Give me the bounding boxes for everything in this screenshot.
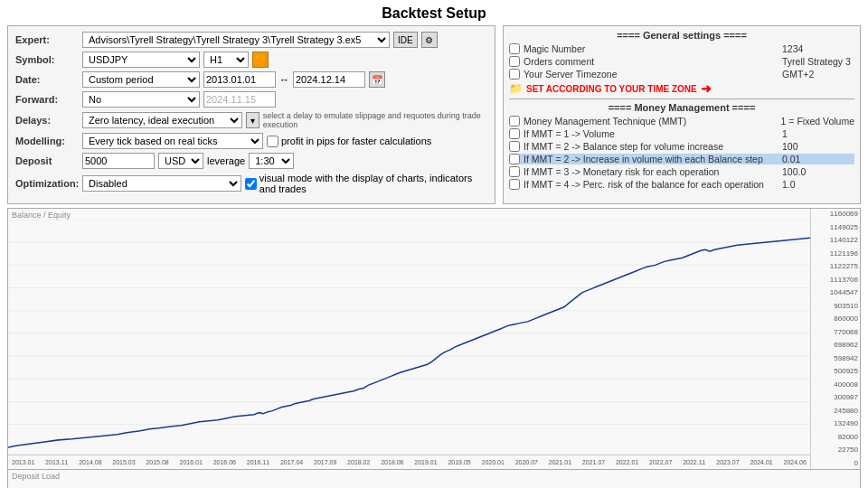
magic-number-row: Magic Number 1234 (509, 43, 854, 54)
delays-label: Delays: (15, 115, 79, 126)
y-label-10: 698962 (811, 342, 858, 349)
deposit-row: Deposit USD leverage 1:30 (15, 153, 487, 169)
expert-row: Expert: Advisors\Tyrell Strategy\Tyrell … (15, 32, 487, 48)
x-label-11: 2018.06 (381, 459, 403, 465)
y-label-6: 1044547 (811, 289, 858, 296)
x-label-4: 2015.08 (146, 459, 168, 465)
section-divider (509, 99, 854, 99)
date-mode-select[interactable]: Custom period (82, 71, 200, 88)
x-label-9: 2017.09 (314, 459, 336, 465)
leverage-select[interactable]: 1:30 (249, 153, 294, 169)
date-cal-button[interactable]: 📅 (369, 71, 385, 88)
timezone-warning-row: 📁 SET ACCORDING TO YOUR TIME ZONE ➜ (509, 81, 854, 96)
currency-select[interactable]: USD (158, 153, 203, 169)
y-label-15: 245880 (811, 408, 858, 415)
mmt1-label: If MMT = 1 -> Volume (524, 128, 778, 139)
x-label-20: 2022.11 (683, 459, 705, 465)
x-label-12: 2019.01 (414, 459, 437, 465)
chart-x-axis: 2013.01 2013.11 2014.08 2015.03 2015.08 … (8, 455, 810, 469)
x-label-2: 2014.08 (79, 459, 101, 465)
mmt-label: Money Management Technique (MMT) (524, 116, 778, 127)
mmt3-label: If MMT = 2 -> Increase in volume with ea… (524, 154, 778, 164)
symbol-color-button[interactable]: 🟧 (252, 52, 269, 68)
x-label-19: 2022.07 (649, 459, 672, 465)
mmt1-row: If MMT = 1 -> Volume 1 (509, 128, 854, 139)
y-label-8: 860000 (811, 315, 858, 323)
mmt3-checkbox[interactable] (509, 154, 520, 164)
mmt3-value: 0.01 (782, 154, 854, 164)
mmt2-label: If MMT = 2 -> Balance step for volume in… (524, 141, 778, 152)
mmt1-checkbox[interactable] (509, 128, 520, 139)
timezone-warning-text: SET ACCORDING TO YOUR TIME ZONE (526, 84, 697, 94)
x-label-10: 2018.02 (347, 459, 370, 465)
mmt2-row: If MMT = 2 -> Balance step for volume in… (509, 141, 854, 152)
orders-comment-checkbox[interactable] (509, 56, 520, 67)
x-label-23: 2024.06 (784, 459, 807, 465)
profit-checkbox-label: profit in pips for faster calculations (267, 136, 431, 147)
date-label: Date: (15, 74, 79, 85)
ide-button[interactable]: IDE (393, 32, 418, 48)
chart-y-axis: 1160069 1149025 1140122 1121196 1122275 … (810, 209, 860, 469)
y-label-19: 0 (811, 460, 858, 467)
orders-comment-row: Orders comment Tyrell Strategy 3 (509, 56, 854, 67)
forward-select[interactable]: No (82, 91, 200, 108)
mmt2-checkbox[interactable] (509, 141, 520, 152)
symbol-row: Symbol: USDJPY H1 🟧 (15, 52, 487, 68)
visual-label: visual mode with the display of charts, … (259, 173, 487, 194)
y-label-9: 770068 (811, 329, 858, 336)
settings-icon-button[interactable]: ⚙ (421, 32, 438, 48)
mmt-checkbox[interactable] (509, 116, 520, 127)
y-label-13: 400008 (811, 381, 858, 389)
delays-row: Delays: Zero latency, ideal execution ▾ … (15, 111, 487, 129)
modelling-select[interactable]: Every tick based on real ticks (82, 133, 263, 149)
timeframe-select[interactable]: H1 (203, 52, 249, 68)
orders-comment-value: Tyrell Strategy 3 (782, 56, 854, 67)
forward-date-input[interactable] (203, 91, 276, 108)
magic-number-value: 1234 (782, 43, 854, 54)
deposit-input[interactable] (82, 153, 155, 169)
mmt2-value: 100 (782, 141, 854, 152)
expert-select[interactable]: Advisors\Tyrell Strategy\Tyrell Strategy… (82, 32, 390, 48)
arrow-icon: ➜ (701, 81, 712, 96)
x-label-5: 2016.01 (180, 459, 203, 465)
money-settings-header: ==== Money Management ==== (509, 102, 854, 113)
mmt4-checkbox[interactable] (509, 166, 520, 177)
x-label-0: 2013.01 (12, 459, 34, 465)
mmt5-row: If MMT = 4 -> Perc. risk of the balance … (509, 179, 854, 190)
profit-checkbox[interactable] (267, 136, 278, 147)
x-label-1: 2013.11 (45, 459, 68, 465)
optimization-select[interactable]: Disabled (82, 175, 241, 192)
symbol-select[interactable]: USDJPY (82, 52, 200, 68)
x-label-18: 2022.01 (616, 459, 638, 465)
y-label-5: 1113706 (811, 277, 858, 284)
modelling-label: Modelling: (15, 136, 79, 146)
delays-select[interactable]: Zero latency, ideal execution (82, 112, 242, 128)
mmt5-checkbox[interactable] (509, 179, 520, 190)
deposit-label: Deposit (15, 155, 79, 166)
y-label-0: 1160069 (811, 211, 858, 218)
y-label-7: 903510 (811, 303, 858, 310)
magic-number-checkbox[interactable] (509, 43, 520, 54)
general-settings-header: ==== General settings ==== (509, 30, 854, 41)
modelling-row: Modelling: Every tick based on real tick… (15, 133, 487, 149)
y-label-12: 500925 (811, 368, 858, 375)
chart-label: Balance / Equity (12, 211, 71, 220)
forward-label: Forward: (15, 94, 79, 105)
main-chart: Balance / Equity 1160069 1149025 1140122… (7, 208, 861, 470)
server-timezone-checkbox[interactable] (509, 69, 520, 80)
left-panel: Expert: Advisors\Tyrell Strategy\Tyrell … (7, 25, 495, 204)
profit-label: profit in pips for faster calculations (281, 136, 431, 146)
visual-checkbox[interactable] (245, 178, 257, 190)
delays-btn[interactable]: ▾ (246, 112, 259, 128)
lower-chart: Deposit Load 2013.21.13 2024.06.13 0.0% (7, 470, 861, 488)
date-to-input[interactable] (293, 71, 365, 88)
date-from-input[interactable] (203, 71, 276, 88)
server-timezone-label: Your Server Timezone (524, 69, 778, 80)
x-label-7: 2016.11 (247, 459, 269, 465)
x-label-22: 2024.01 (750, 459, 772, 465)
expert-label: Expert: (15, 34, 79, 45)
right-panel: ==== General settings ==== Magic Number … (503, 25, 861, 204)
symbol-label: Symbol: (15, 54, 79, 65)
y-label-18: 22750 (811, 446, 858, 454)
x-label-14: 2020.01 (482, 459, 505, 465)
